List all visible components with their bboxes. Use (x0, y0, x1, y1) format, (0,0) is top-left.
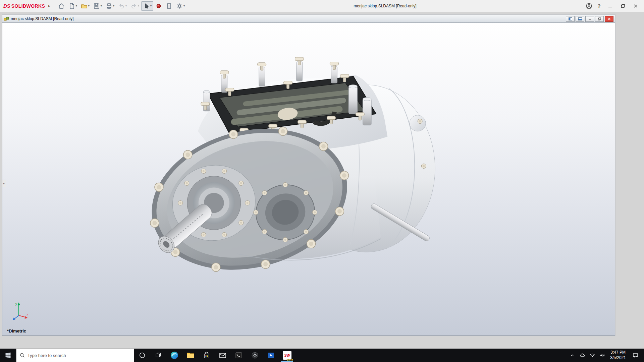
print-icon (106, 3, 112, 9)
chevron-down-icon[interactable]: ▾ (183, 5, 185, 7)
cortana-icon (139, 352, 146, 359)
movies-app-icon (267, 351, 275, 359)
print-button[interactable]: ▾ (104, 1, 116, 11)
edge-browser-button[interactable] (166, 349, 182, 362)
menu-flyout-arrow-icon[interactable]: ▸ (46, 4, 52, 8)
settings-app-button[interactable] (247, 349, 263, 362)
doc-restore-button[interactable] (595, 16, 604, 22)
solidworks-icon-text: SW (284, 353, 290, 357)
task-view-button[interactable] (150, 349, 166, 362)
expand-arrow-icon: ▸ (3, 182, 5, 185)
home-button[interactable] (56, 1, 66, 11)
new-document-icon (68, 3, 75, 9)
chevron-down-icon[interactable]: ▾ (125, 5, 127, 7)
view-orientation-label: *Dimetric (7, 328, 26, 334)
solidworks-logo-text: SOLIDWORKS (11, 3, 45, 9)
account-button[interactable] (584, 1, 594, 11)
tray-expand-button[interactable] (567, 349, 577, 362)
graphics-viewport[interactable]: y x *Dimetric ▸ (2, 23, 615, 336)
screen: DS SOLIDWORKS ▸ ▾ ▾ ▾ ▾ (0, 0, 644, 362)
orientation-triad[interactable]: y x (8, 301, 29, 321)
document-window-controls (566, 16, 613, 22)
ds-logo-mark: DS (3, 3, 10, 9)
help-icon: ? (597, 3, 600, 9)
doc-close-button[interactable] (605, 16, 613, 22)
edge-browser-icon (170, 351, 179, 360)
select-tool-button[interactable]: ▾ (141, 1, 153, 11)
solidworks-logo: DS SOLIDWORKS (2, 3, 46, 9)
doc-minimize-button[interactable] (585, 16, 594, 22)
app-window-title: menjac sklop.SLDASM [Read-only] (186, 4, 584, 8)
wifi-icon (589, 352, 595, 358)
search-icon (20, 353, 25, 358)
app-minimize-button[interactable] (604, 1, 616, 11)
store-icon (203, 351, 211, 359)
triad-x-label: x (26, 313, 28, 316)
document-title-bar[interactable]: menjac sklop.SLDASM [Read-only] (2, 15, 615, 23)
rebuild-icon (155, 3, 162, 9)
file-explorer-button[interactable] (182, 349, 199, 362)
movies-app-button[interactable] (263, 349, 279, 362)
cloud-icon (579, 352, 585, 358)
app-window-controls: ? (584, 1, 642, 11)
app-maximize-button[interactable] (616, 1, 629, 11)
windows-logo-icon (5, 352, 11, 359)
redo-button[interactable]: ▾ (129, 1, 141, 11)
open-button[interactable]: ▾ (79, 1, 91, 11)
doc-tile-left-button[interactable] (566, 16, 575, 22)
microsoft-store-button[interactable] (199, 349, 215, 362)
command-prompt-icon (235, 351, 243, 359)
new-document-button[interactable]: ▾ (67, 1, 79, 11)
task-view-icon (155, 352, 162, 359)
chevron-down-icon[interactable]: ▾ (101, 5, 102, 7)
redo-icon (130, 3, 137, 9)
quick-access-toolbar: ▾ ▾ ▾ ▾ ▾ ▾ ▾ (56, 1, 186, 11)
taskbar-search-box[interactable] (16, 349, 134, 362)
chevron-down-icon[interactable]: ▾ (88, 5, 90, 7)
options-button[interactable]: ▾ (174, 1, 186, 11)
app-close-button[interactable] (629, 1, 642, 11)
undo-button[interactable]: ▾ (116, 1, 128, 11)
action-center-icon (632, 352, 639, 359)
undo-icon (118, 3, 125, 9)
cortana-button[interactable] (134, 349, 150, 362)
rebuild-button[interactable] (154, 1, 164, 11)
close-icon (634, 4, 638, 8)
settings-gear-app-icon (251, 351, 259, 359)
pane-bottom-icon (578, 17, 582, 20)
mdi-desktop: menjac sklop.SLDASM [Read-only] (0, 12, 644, 349)
mail-button[interactable] (215, 349, 231, 362)
pane-left-icon (569, 17, 572, 20)
taskbar-clock[interactable]: 3:47 PM 3/5/2021 (607, 349, 629, 362)
command-prompt-button[interactable] (231, 349, 247, 362)
chevron-down-icon[interactable]: ▾ (150, 5, 152, 7)
mail-icon (219, 351, 227, 359)
chevron-down-icon[interactable]: ▾ (113, 5, 114, 7)
app-title-bar: DS SOLIDWORKS ▸ ▾ ▾ ▾ ▾ (0, 0, 644, 12)
open-folder-icon (81, 3, 88, 9)
search-input[interactable] (28, 353, 130, 358)
document-window: menjac sklop.SLDASM [Read-only] (2, 15, 615, 336)
file-explorer-icon (186, 351, 195, 360)
network-tray-button[interactable] (587, 349, 597, 362)
restore-icon (598, 17, 601, 20)
save-button[interactable]: ▾ (92, 1, 104, 11)
close-icon (607, 17, 611, 20)
onedrive-tray-button[interactable] (577, 349, 587, 362)
start-button[interactable] (0, 349, 16, 362)
document-title: menjac sklop.SLDASM [Read-only] (11, 16, 564, 21)
user-account-icon (586, 3, 592, 9)
minimize-icon (588, 17, 592, 20)
clock-time: 3:47 PM (610, 350, 626, 355)
chevron-down-icon[interactable]: ▾ (138, 5, 139, 7)
chevron-down-icon[interactable]: ▾ (76, 5, 77, 7)
file-properties-icon (166, 3, 172, 9)
help-button[interactable]: ? (594, 1, 604, 11)
doc-tile-bottom-button[interactable] (576, 16, 584, 22)
file-properties-button[interactable] (164, 1, 174, 11)
action-center-button[interactable] (629, 349, 642, 362)
solidworks-taskbar-button[interactable]: SW 2021 (279, 349, 295, 362)
featuremanager-expand-tab[interactable]: ▸ (2, 180, 6, 187)
show-desktop-button[interactable] (642, 349, 644, 362)
volume-tray-button[interactable] (597, 349, 607, 362)
